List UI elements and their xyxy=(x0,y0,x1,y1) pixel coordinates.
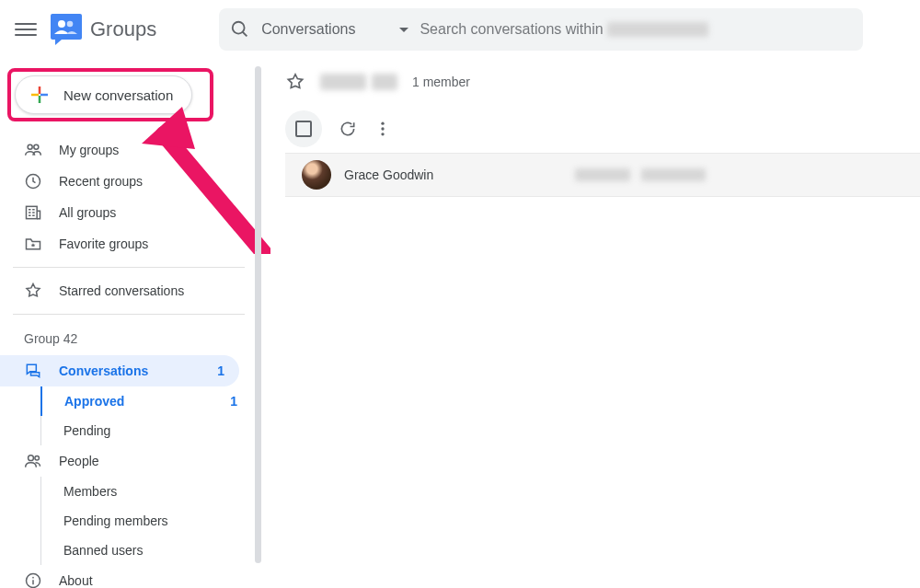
sidebar: New conversation My groups Recent groups… xyxy=(0,59,258,588)
sidebar-item-label: People xyxy=(59,454,99,468)
sidebar-item-label: Pending xyxy=(63,423,110,438)
svg-line-4 xyxy=(243,32,247,37)
groups-logo-icon xyxy=(50,13,83,46)
conversations-icon xyxy=(24,362,42,380)
svg-point-10 xyxy=(34,144,39,149)
people-icon xyxy=(24,141,42,159)
conversations-count: 1 xyxy=(217,363,224,378)
sidebar-item-recent-groups[interactable]: Recent groups xyxy=(0,166,239,197)
group-header: 1 member xyxy=(285,59,920,105)
sidebar-item-label: Favorite groups xyxy=(59,236,148,251)
svg-point-17 xyxy=(381,122,384,125)
row-subject-redacted xyxy=(575,168,706,181)
sidebar-sub-members[interactable]: Members xyxy=(0,477,258,506)
scrollbar[interactable] xyxy=(255,66,261,563)
star-outline-icon[interactable] xyxy=(285,72,305,92)
main-content: 1 member Grace Goodwin xyxy=(258,59,920,588)
sidebar-item-label: My groups xyxy=(59,143,119,157)
svg-rect-0 xyxy=(51,14,82,40)
sidebar-item-label: Conversations xyxy=(59,363,148,378)
select-all-checkbox[interactable] xyxy=(285,110,322,147)
plus-icon xyxy=(29,84,51,106)
sidebar-item-label: All groups xyxy=(59,205,116,220)
divider xyxy=(13,267,245,268)
sidebar-sub-banned[interactable]: Banned users xyxy=(0,536,258,565)
svg-point-1 xyxy=(58,20,65,28)
avatar xyxy=(302,160,331,190)
sidebar-sub-pending[interactable]: Pending xyxy=(0,416,258,445)
sidebar-item-label: Banned users xyxy=(63,543,143,558)
menu-icon[interactable] xyxy=(15,18,37,40)
search-icon xyxy=(230,19,250,40)
list-toolbar xyxy=(285,105,920,153)
more-vert-icon[interactable] xyxy=(374,120,392,138)
sidebar-item-label: Approved xyxy=(64,394,124,409)
app-logo[interactable]: Groups xyxy=(50,13,156,46)
svg-point-3 xyxy=(233,22,245,34)
building-icon xyxy=(24,203,42,222)
divider xyxy=(13,314,245,315)
sidebar-item-all-groups[interactable]: All groups xyxy=(0,197,239,228)
clock-icon xyxy=(24,172,42,190)
refresh-icon[interactable] xyxy=(339,120,357,138)
sidebar-item-label: Members xyxy=(63,484,117,499)
sidebar-sub-pending-members[interactable]: Pending members xyxy=(0,506,258,536)
folder-star-icon xyxy=(24,235,42,253)
search-scope-dropdown[interactable]: Conversations xyxy=(261,21,408,38)
member-count: 1 member xyxy=(412,75,470,89)
svg-point-14 xyxy=(35,455,40,460)
svg-point-18 xyxy=(381,127,384,130)
annotation-highlight: New conversation xyxy=(7,68,213,121)
sidebar-item-conversations[interactable]: Conversations 1 xyxy=(0,355,239,386)
sidebar-item-starred[interactable]: Starred conversations xyxy=(0,275,239,306)
star-icon xyxy=(24,282,42,300)
svg-point-13 xyxy=(29,455,34,461)
search-placeholder: Search conversations within xyxy=(420,21,707,38)
svg-point-2 xyxy=(67,21,74,28)
search-scope-label: Conversations xyxy=(261,21,355,38)
svg-point-16 xyxy=(32,577,34,579)
conversation-row[interactable]: Grace Goodwin xyxy=(285,153,920,197)
svg-point-19 xyxy=(381,133,384,135)
new-conversation-button[interactable]: New conversation xyxy=(15,75,192,114)
group-name xyxy=(320,74,397,90)
approved-count: 1 xyxy=(230,394,237,409)
sidebar-item-favorite-groups[interactable]: Favorite groups xyxy=(0,228,239,259)
sidebar-item-my-groups[interactable]: My groups xyxy=(0,134,239,166)
sidebar-item-label: Recent groups xyxy=(59,174,143,189)
row-author: Grace Goodwin xyxy=(344,167,433,182)
svg-point-9 xyxy=(28,144,32,149)
info-icon xyxy=(24,571,42,588)
svg-rect-12 xyxy=(27,206,38,218)
sidebar-item-label: Starred conversations xyxy=(59,283,184,298)
chevron-down-icon xyxy=(399,28,408,32)
sidebar-item-people[interactable]: People xyxy=(0,445,239,477)
sidebar-item-label: About xyxy=(59,573,93,588)
new-conversation-label: New conversation xyxy=(63,87,173,103)
app-name: Groups xyxy=(90,17,156,41)
app-header: Groups Conversations Search conversation… xyxy=(0,0,920,59)
sidebar-sub-approved[interactable]: Approved 1 xyxy=(0,386,258,416)
sidebar-group-heading: Group 42 xyxy=(0,322,258,355)
people-icon xyxy=(24,452,42,470)
search-bar[interactable]: Conversations Search conversations withi… xyxy=(219,8,863,51)
sidebar-item-about[interactable]: About xyxy=(0,565,239,588)
sidebar-item-label: Pending members xyxy=(63,513,168,528)
